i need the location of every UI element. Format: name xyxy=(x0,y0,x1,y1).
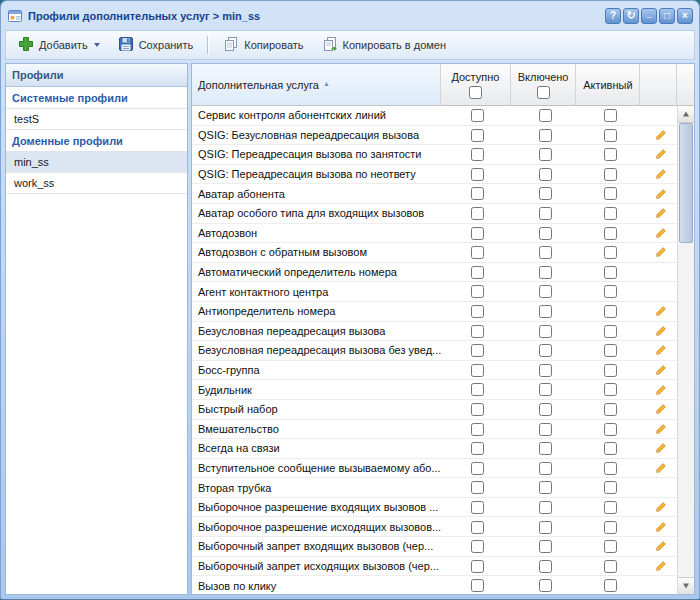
enabled-checkbox[interactable] xyxy=(539,187,552,200)
active-checkbox[interactable] xyxy=(604,129,617,142)
available-checkbox[interactable] xyxy=(471,305,484,318)
enabled-checkbox[interactable] xyxy=(539,383,552,396)
active-checkbox[interactable] xyxy=(604,187,617,200)
available-checkbox[interactable] xyxy=(471,227,484,240)
active-checkbox[interactable] xyxy=(604,227,617,240)
enabled-checkbox[interactable] xyxy=(539,403,552,416)
edit-pencil-icon[interactable] xyxy=(655,188,667,200)
available-checkbox[interactable] xyxy=(471,383,484,396)
table-row[interactable]: Быстрый набор xyxy=(192,400,677,420)
active-checkbox[interactable] xyxy=(604,521,617,534)
available-checkbox[interactable] xyxy=(471,579,484,592)
available-checkbox[interactable] xyxy=(471,266,484,279)
enabled-checkbox[interactable] xyxy=(539,207,552,220)
sidebar-item-min_ss[interactable]: min_ss xyxy=(6,152,187,173)
enabled-checkbox[interactable] xyxy=(539,266,552,279)
table-row[interactable]: Всегда на связи xyxy=(192,439,677,459)
table-row[interactable]: Будильник xyxy=(192,380,677,400)
edit-pencil-icon[interactable] xyxy=(655,423,667,435)
edit-pencil-icon[interactable] xyxy=(655,305,667,317)
edit-pencil-icon[interactable] xyxy=(655,560,667,572)
enabled-checkbox[interactable] xyxy=(539,521,552,534)
edit-pencil-icon[interactable] xyxy=(655,403,667,415)
table-row[interactable]: Автодозвон с обратным вызовом xyxy=(192,243,677,263)
active-checkbox[interactable] xyxy=(604,403,617,416)
active-checkbox[interactable] xyxy=(604,207,617,220)
table-row[interactable]: Безусловная переадресация вызова xyxy=(192,322,677,342)
edit-pencil-icon[interactable] xyxy=(655,168,667,180)
refresh-button[interactable]: ↻ xyxy=(623,8,639,24)
active-checkbox[interactable] xyxy=(604,442,617,455)
active-checkbox[interactable] xyxy=(604,579,617,592)
available-checkbox[interactable] xyxy=(471,521,484,534)
edit-pencil-icon[interactable] xyxy=(655,148,667,160)
column-header-service[interactable]: Дополнительная услуга ▲ xyxy=(192,64,441,105)
edit-pencil-icon[interactable] xyxy=(655,521,667,533)
edit-pencil-icon[interactable] xyxy=(655,462,667,474)
enabled-select-all-checkbox[interactable] xyxy=(537,86,550,99)
available-checkbox[interactable] xyxy=(471,109,484,122)
available-checkbox[interactable] xyxy=(471,148,484,161)
close-button[interactable]: × xyxy=(677,8,693,24)
enabled-checkbox[interactable] xyxy=(539,560,552,573)
table-row[interactable]: Вступительное сообщение вызываемому або.… xyxy=(192,459,677,479)
edit-pencil-icon[interactable] xyxy=(655,540,667,552)
available-checkbox[interactable] xyxy=(471,325,484,338)
available-checkbox[interactable] xyxy=(471,442,484,455)
enabled-checkbox[interactable] xyxy=(539,325,552,338)
help-button[interactable]: ? xyxy=(605,8,621,24)
available-checkbox[interactable] xyxy=(471,168,484,181)
available-checkbox[interactable] xyxy=(471,403,484,416)
active-checkbox[interactable] xyxy=(604,423,617,436)
table-row[interactable]: Вторая трубка xyxy=(192,478,677,498)
edit-pencil-icon[interactable] xyxy=(655,246,667,258)
enabled-checkbox[interactable] xyxy=(539,344,552,357)
table-row[interactable]: Выборочный запрет входящих вызовов (чер.… xyxy=(192,537,677,557)
edit-pencil-icon[interactable] xyxy=(655,129,667,141)
available-checkbox[interactable] xyxy=(471,344,484,357)
enabled-checkbox[interactable] xyxy=(539,285,552,298)
enabled-checkbox[interactable] xyxy=(539,481,552,494)
enabled-checkbox[interactable] xyxy=(539,148,552,161)
available-checkbox[interactable] xyxy=(471,481,484,494)
enabled-checkbox[interactable] xyxy=(539,442,552,455)
table-row[interactable]: QSIG: Переадресация вызова по занятости xyxy=(192,145,677,165)
sidebar-item-work_ss[interactable]: work_ss xyxy=(6,173,187,194)
table-row[interactable]: Аватар особого типа для входящих вызовов xyxy=(192,204,677,224)
scroll-up-button[interactable] xyxy=(678,106,694,123)
enabled-checkbox[interactable] xyxy=(539,305,552,318)
copy-button[interactable]: Копировать xyxy=(215,32,311,58)
edit-pencil-icon[interactable] xyxy=(655,325,667,337)
window-titlebar[interactable]: Профили дополнительных услуг > min_ss ? … xyxy=(5,5,695,27)
enabled-checkbox[interactable] xyxy=(539,462,552,475)
table-row[interactable]: Автоматический определитель номера xyxy=(192,263,677,283)
available-checkbox[interactable] xyxy=(471,187,484,200)
scrollbar-thumb[interactable] xyxy=(679,123,693,243)
table-row[interactable]: QSIG: Безусловная переадресация вызова xyxy=(192,126,677,146)
edit-pencil-icon[interactable] xyxy=(655,384,667,396)
table-row[interactable]: Сервис контроля абонентских линий xyxy=(192,106,677,126)
available-checkbox[interactable] xyxy=(471,423,484,436)
table-row[interactable]: Выборочное разрешение входящих вызовов .… xyxy=(192,498,677,518)
active-checkbox[interactable] xyxy=(604,305,617,318)
available-checkbox[interactable] xyxy=(471,246,484,259)
table-row[interactable]: Аватар абонента xyxy=(192,184,677,204)
column-header-enabled[interactable]: Включено xyxy=(511,64,577,105)
table-row[interactable]: Босс-группа xyxy=(192,361,677,381)
active-checkbox[interactable] xyxy=(604,540,617,553)
available-checkbox[interactable] xyxy=(471,462,484,475)
enabled-checkbox[interactable] xyxy=(539,501,552,514)
maximize-button[interactable]: □ xyxy=(659,8,675,24)
table-row[interactable]: Автодозвон xyxy=(192,224,677,244)
active-checkbox[interactable] xyxy=(604,285,617,298)
enabled-checkbox[interactable] xyxy=(539,579,552,592)
available-select-all-checkbox[interactable] xyxy=(469,86,482,99)
available-checkbox[interactable] xyxy=(471,560,484,573)
add-button[interactable]: Добавить xyxy=(10,32,108,58)
table-row[interactable]: Вмешательство xyxy=(192,420,677,440)
sidebar-item-testS[interactable]: testS xyxy=(6,109,187,130)
table-row[interactable]: QSIG: Переадресация вызова по неответу xyxy=(192,165,677,185)
enabled-checkbox[interactable] xyxy=(539,129,552,142)
active-checkbox[interactable] xyxy=(604,383,617,396)
enabled-checkbox[interactable] xyxy=(539,364,552,377)
